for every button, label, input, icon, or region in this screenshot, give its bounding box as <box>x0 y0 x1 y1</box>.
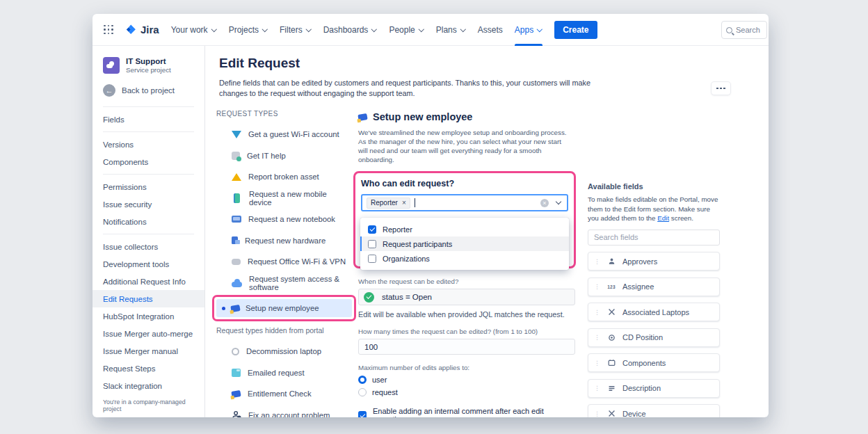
request-type-guest-wifi[interactable]: Get a guest Wi-Fi account <box>216 125 350 143</box>
back-to-project-button[interactable]: Back to project <box>93 78 204 103</box>
field-card-components[interactable]: Components <box>588 353 720 372</box>
request-type-system-access[interactable]: Request system access & software <box>216 274 350 292</box>
times-label: How many times the request can be edited… <box>358 328 575 335</box>
clear-select-icon[interactable] <box>540 199 549 207</box>
nav-item-projects[interactable]: Projects <box>229 14 268 46</box>
sidebar-item-components[interactable]: Components <box>93 153 204 170</box>
search-input[interactable] <box>736 26 764 34</box>
more-dots-icon <box>716 88 718 90</box>
gear-icon <box>606 334 616 341</box>
selected-tag-reporter[interactable]: Reporter <box>367 198 410 209</box>
radio-option-user[interactable]: user <box>358 376 575 384</box>
when-editable-label: When the request can be edited? <box>358 278 575 285</box>
request-type-emailed-request[interactable]: Emailed request <box>216 364 350 382</box>
internal-comment-checkbox-row[interactable]: Enable adding an internal comment after … <box>358 407 575 417</box>
field-card-approvers[interactable]: Approvers <box>588 252 720 271</box>
nav-item-assets[interactable]: Assets <box>478 14 503 46</box>
valid-check-icon <box>364 292 374 303</box>
chevron-down-icon <box>306 27 312 33</box>
checkbox-checked-icon[interactable] <box>358 411 367 417</box>
more-actions-button[interactable] <box>712 82 730 95</box>
request-type-fix-account-problem[interactable]: Fix an account problem <box>216 406 350 418</box>
who-can-edit-label: Who can edit request? <box>361 179 568 188</box>
request-type-get-it-help[interactable]: Get IT help <box>216 147 350 165</box>
sidebar-item-issue-merger-auto-merge[interactable]: Issue Merger auto-merge <box>93 325 204 342</box>
person-alert-icon <box>232 410 241 418</box>
divider <box>103 131 194 132</box>
chevron-down-icon <box>371 27 377 33</box>
request-types-panel: REQUEST TYPES Get a guest Wi-Fi account … <box>216 110 350 417</box>
request-type-office-wifi-vpn[interactable]: Request Office Wi-Fi & VPN <box>216 252 350 271</box>
field-card-cd-position[interactable]: CD Position <box>588 328 720 347</box>
request-type-entitlement-check[interactable]: Entitlement Check <box>216 385 350 403</box>
jira-logo[interactable]: Jira <box>125 24 159 35</box>
dropdown-option-request-participants[interactable]: Request participants <box>360 236 569 251</box>
text-cursor <box>415 198 416 207</box>
drag-handle-icon[interactable] <box>594 309 600 316</box>
checkbox-icon[interactable] <box>368 255 376 263</box>
sidebar-item-notifications[interactable]: Notifications <box>93 213 204 230</box>
drag-handle-icon[interactable] <box>594 385 600 392</box>
sidebar-item-issue-collectors[interactable]: Issue collectors <box>93 238 204 255</box>
request-type-report-broken-asset[interactable]: Report broken asset <box>216 168 350 186</box>
sidebar-item-permissions[interactable]: Permissions <box>93 178 204 195</box>
create-button[interactable]: Create <box>554 21 597 39</box>
field-card-description[interactable]: Description <box>588 379 720 398</box>
sidebar-item-versions[interactable]: Versions <box>93 136 204 153</box>
remove-tag-icon[interactable] <box>402 199 406 207</box>
nav-item-apps[interactable]: Apps <box>515 14 542 46</box>
search-fields-box[interactable] <box>588 230 720 246</box>
app-switcher-icon[interactable] <box>104 25 113 35</box>
field-card-device[interactable]: Device <box>588 404 720 417</box>
sidebar-item-development-tools[interactable]: Development tools <box>93 255 204 273</box>
field-card-assignee[interactable]: 123 Assignee <box>588 278 720 296</box>
request-type-new-mobile-device[interactable]: Request a new mobile device <box>216 189 350 207</box>
project-header[interactable]: IT Support Service project <box>93 56 204 78</box>
nav-item-filters[interactable]: Filters <box>280 14 312 46</box>
global-search-box[interactable] <box>721 21 767 39</box>
drag-handle-icon[interactable] <box>594 258 600 265</box>
drag-handle-icon[interactable] <box>594 410 600 417</box>
request-type-new-notebook[interactable]: Request a new notebook <box>216 210 350 228</box>
nav-item-dashboards[interactable]: Dashboards <box>323 14 378 46</box>
who-can-edit-select[interactable]: Reporter <box>361 194 568 211</box>
edit-screen-link[interactable]: Edit <box>657 214 669 222</box>
sidebar-item-slack-integration[interactable]: Slack integration <box>93 377 204 394</box>
project-avatar-icon <box>103 57 120 74</box>
email-icon <box>232 369 241 377</box>
select-chevron-down-icon[interactable] <box>556 199 561 204</box>
request-type-setup-new-employee[interactable]: Setup new employee <box>216 299 352 317</box>
request-type-new-hardware[interactable]: Request new hardware <box>216 232 350 250</box>
chevron-down-icon <box>211 27 217 33</box>
managed-project-note: You're in a company-managed project <box>103 399 204 412</box>
drag-handle-icon[interactable] <box>594 334 600 341</box>
sidebar-item-request-steps[interactable]: Request Steps <box>93 360 204 377</box>
field-card-associated-laptops[interactable]: Associated Laptops <box>588 303 720 321</box>
drag-handle-icon[interactable] <box>594 283 600 290</box>
radio-option-request[interactable]: request <box>358 388 575 396</box>
times-input[interactable]: 100 <box>358 339 575 355</box>
sidebar-item-additional-request-info[interactable]: Additional Request Info <box>93 273 204 290</box>
nav-item-your-work[interactable]: Your work <box>171 14 217 46</box>
request-type-decommission-laptop[interactable]: Decommission laptop <box>216 342 350 360</box>
checkbox-checked-icon[interactable] <box>368 225 376 234</box>
nav-item-plans[interactable]: Plans <box>436 14 466 46</box>
sidebar-item-issue-security[interactable]: Issue security <box>93 195 204 213</box>
ring-icon <box>232 348 239 355</box>
drag-handle-icon[interactable] <box>594 360 600 367</box>
jql-field[interactable]: status = Open <box>358 289 575 305</box>
sidebar-item-issue-merger-manual[interactable]: Issue Merger manual <box>93 342 204 360</box>
project-settings-sidebar: IT Support Service project Back to proje… <box>93 46 205 417</box>
radio-selected-icon[interactable] <box>358 376 367 384</box>
who-can-edit-highlight: Who can edit request? Reporter <box>353 171 576 268</box>
search-fields-input[interactable] <box>594 233 714 241</box>
sidebar-item-hubspot-integration[interactable]: HubSpot Integration <box>93 307 204 325</box>
sidebar-item-edit-requests[interactable]: Edit Requests <box>93 290 204 307</box>
nav-item-people[interactable]: People <box>389 14 424 46</box>
radio-icon[interactable] <box>358 388 367 396</box>
applies-label: Maximum number of edits applies to: <box>358 364 575 371</box>
dropdown-option-organizations[interactable]: Organizations <box>360 251 569 266</box>
dropdown-option-reporter[interactable]: Reporter <box>360 222 569 236</box>
checkbox-icon[interactable] <box>368 240 376 248</box>
sidebar-item-fields[interactable]: Fields <box>93 111 204 128</box>
